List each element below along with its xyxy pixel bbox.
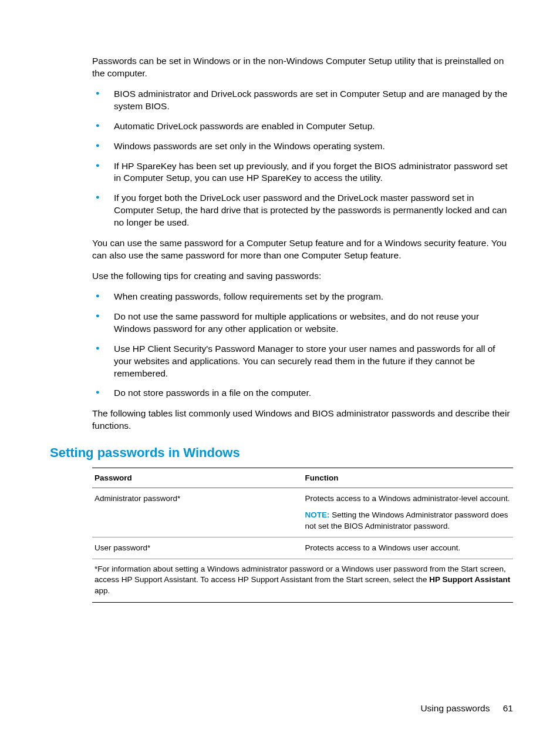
list-item: Windows passwords are set only in the Wi…	[92, 140, 513, 153]
table-header: Function	[303, 468, 514, 488]
list-item: Do not store passwords in a file on the …	[92, 387, 513, 399]
body-paragraph: Use the following tips for creating and …	[92, 270, 513, 283]
intro-paragraph: Passwords can be set in Windows or in th…	[92, 55, 513, 80]
table-row: User password* Protects access to a Wind…	[92, 537, 513, 559]
table-cell: Protects access to a Windows user accoun…	[303, 537, 514, 559]
note-text: Setting the Windows Administrator passwo…	[305, 510, 508, 530]
list-item: When creating passwords, follow requirem…	[92, 291, 513, 303]
table-footnote: *For information about setting a Windows…	[92, 559, 513, 603]
list-item: BIOS administrator and DriveLock passwor…	[92, 88, 513, 113]
list-item: If you forget both the DriveLock user pa…	[92, 192, 513, 229]
table-header: Password	[92, 468, 303, 488]
bullet-list-1: BIOS administrator and DriveLock passwor…	[92, 88, 513, 229]
table-cell: User password*	[92, 537, 303, 559]
footer: Using passwords 61	[420, 703, 513, 714]
footnote-text-c: app.	[95, 586, 110, 595]
table-cell: Administrator password*	[92, 488, 303, 537]
list-item: Automatic DriveLock passwords are enable…	[92, 120, 513, 133]
table-row: Administrator password* Protects access …	[92, 488, 513, 537]
list-item: Use HP Client Security's Password Manage…	[92, 343, 513, 380]
page-number: 61	[503, 703, 513, 713]
note-block: NOTE: Setting the Windows Administrator …	[305, 510, 511, 531]
footnote-bold: HP Support Assistant	[429, 575, 510, 584]
password-table: Password Function Administrator password…	[92, 468, 513, 559]
list-item: If HP SpareKey has been set up previousl…	[92, 160, 513, 185]
body-paragraph: You can use the same password for a Comp…	[92, 237, 513, 262]
password-table-wrap: Password Function Administrator password…	[92, 468, 513, 603]
table-cell: Protects access to a Windows administrat…	[303, 488, 514, 537]
footer-label: Using passwords	[420, 703, 490, 713]
bullet-list-2: When creating passwords, follow requirem…	[92, 291, 513, 399]
section-heading: Setting passwords in Windows	[50, 445, 513, 461]
list-item: Do not use the same password for multipl…	[92, 311, 513, 335]
body-paragraph: The following tables list commonly used …	[92, 408, 513, 432]
note-label: NOTE:	[305, 510, 330, 519]
cell-text: Protects access to a Windows administrat…	[305, 493, 511, 504]
